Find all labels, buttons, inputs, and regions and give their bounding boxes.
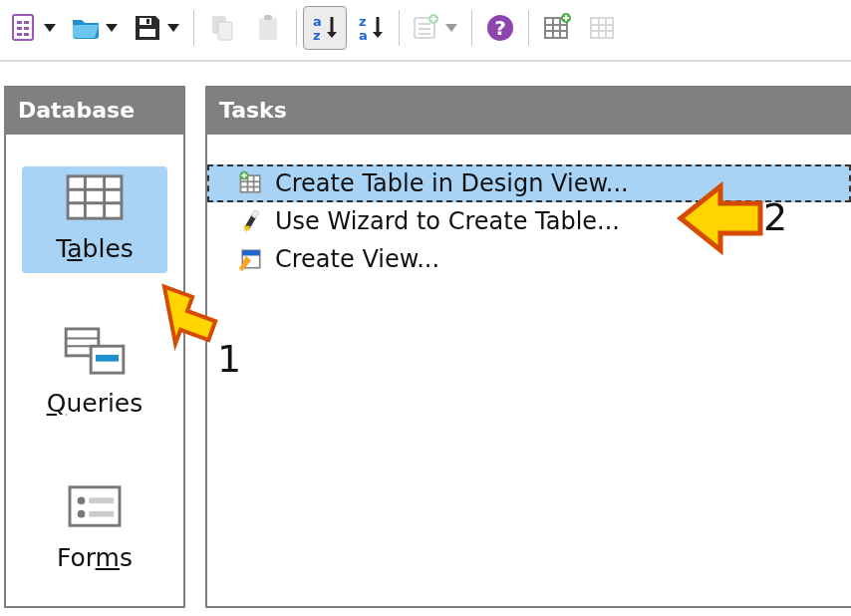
paste-button[interactable] <box>246 6 290 50</box>
svg-rect-48 <box>89 497 114 503</box>
svg-rect-7 <box>140 18 151 25</box>
category-label: Queries <box>47 389 143 418</box>
task-create-table-wizard[interactable]: Use Wizard to Create Table... <box>207 202 851 240</box>
new-table-button[interactable] <box>535 6 579 50</box>
paste-icon <box>252 12 284 44</box>
toolbar-separator <box>296 10 297 46</box>
task-label: Create Table in Design View... <box>275 169 629 197</box>
toolbar-separator <box>399 10 400 46</box>
tasks-panel: Tasks Create Table in Design View... <box>205 86 851 608</box>
help-icon: ? <box>484 12 516 44</box>
task-create-table-design[interactable]: Create Table in Design View... <box>207 164 851 202</box>
svg-rect-60 <box>242 250 260 255</box>
help-button[interactable]: ? <box>478 6 522 50</box>
svg-point-47 <box>78 496 86 504</box>
save-icon <box>132 12 163 44</box>
table-new-icon <box>541 12 573 44</box>
svg-point-49 <box>78 510 86 518</box>
svg-rect-31 <box>591 18 613 38</box>
database-category-list: Tables Queries <box>6 135 183 590</box>
sort-desc-icon: z a <box>355 12 387 44</box>
folder-open-icon <box>70 12 102 44</box>
chevron-down-icon <box>106 24 118 32</box>
svg-rect-36 <box>68 176 122 218</box>
task-create-view[interactable]: Create View... <box>207 240 851 278</box>
task-label: Use Wizard to Create Table... <box>275 207 620 235</box>
svg-text:a: a <box>359 28 368 43</box>
sort-ascending-button[interactable]: a z <box>303 6 347 50</box>
category-forms[interactable]: Forms <box>22 475 167 582</box>
table-new-icon <box>237 169 265 197</box>
database-panel: Database Tables <box>4 86 185 608</box>
open-button[interactable] <box>66 6 126 50</box>
toolbar-separator <box>528 10 529 46</box>
svg-rect-5 <box>17 33 22 36</box>
svg-rect-50 <box>89 511 114 517</box>
category-label: Forms <box>57 543 133 572</box>
new-form-button[interactable] <box>406 6 465 50</box>
queries-icon <box>64 327 126 377</box>
main-toolbar: a z z a ? <box>0 0 851 62</box>
svg-text:z: z <box>313 28 321 43</box>
svg-rect-8 <box>146 19 149 24</box>
task-label: Create View... <box>275 245 439 273</box>
database-panel-title: Database <box>6 88 183 135</box>
chevron-down-icon <box>445 24 457 32</box>
svg-rect-3 <box>17 27 22 30</box>
category-tables[interactable]: Tables <box>22 166 167 273</box>
wizard-icon <box>237 207 265 235</box>
svg-text:z: z <box>359 14 367 29</box>
category-label: Tables <box>56 234 134 263</box>
tables-icon <box>64 172 126 222</box>
copy-icon <box>206 12 238 44</box>
table-button[interactable] <box>581 6 625 50</box>
sort-asc-icon: a z <box>309 12 341 44</box>
chevron-down-icon <box>167 24 179 32</box>
svg-rect-12 <box>259 18 277 40</box>
svg-rect-46 <box>70 487 120 525</box>
svg-rect-1 <box>17 21 22 24</box>
svg-rect-13 <box>264 15 272 20</box>
form-new-icon <box>410 12 441 44</box>
svg-rect-6 <box>24 33 29 36</box>
toolbar-separator <box>193 10 194 46</box>
view-icon <box>237 245 265 273</box>
svg-rect-43 <box>96 355 119 362</box>
save-button[interactable] <box>128 6 187 50</box>
svg-rect-4 <box>24 27 29 30</box>
tasks-panel-title: Tasks <box>207 88 851 135</box>
svg-text:a: a <box>313 14 322 29</box>
copy-button[interactable] <box>200 6 244 50</box>
toolbar-separator <box>471 10 472 46</box>
category-queries[interactable]: Queries <box>22 321 167 428</box>
svg-rect-0 <box>13 15 33 40</box>
new-document-button[interactable] <box>4 6 64 50</box>
svg-rect-2 <box>24 21 29 24</box>
sort-descending-button[interactable]: z a <box>349 6 393 50</box>
new-document-icon <box>8 12 40 44</box>
chevron-down-icon <box>44 24 56 32</box>
svg-rect-9 <box>140 29 155 37</box>
svg-rect-11 <box>218 22 232 40</box>
main-area: Database Tables <box>0 62 851 608</box>
table-icon <box>587 12 619 44</box>
svg-text:?: ? <box>494 16 506 40</box>
tasks-list: Create Table in Design View... Use Wizar… <box>207 135 851 278</box>
forms-icon <box>64 481 126 531</box>
